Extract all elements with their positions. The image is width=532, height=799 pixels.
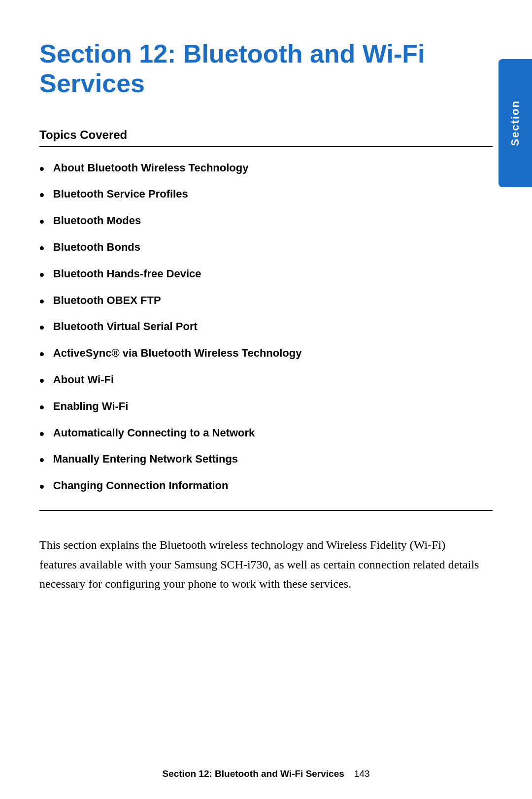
bullet-icon: • [39, 345, 44, 364]
list-item: • Bluetooth Bonds [39, 240, 493, 258]
topic-item-9: About Wi-Fi [53, 372, 114, 387]
topic-item-10: Enabling Wi-Fi [53, 399, 129, 414]
topics-divider-bottom [39, 510, 493, 511]
topics-divider-top [39, 146, 493, 147]
topic-item-7: Bluetooth Virtual Serial Port [53, 319, 198, 334]
bullet-icon: • [39, 186, 44, 204]
list-item: • Changing Connection Information [39, 478, 493, 496]
bullet-icon: • [39, 398, 44, 417]
topics-section: Topics Covered • About Bluetooth Wireles… [39, 128, 493, 511]
page-footer: Section 12: Bluetooth and Wi-Fi Services… [0, 768, 532, 779]
topics-list: • About Bluetooth Wireless Technology • … [39, 161, 493, 496]
list-item: • Automatically Connecting to a Network [39, 426, 493, 443]
bullet-icon: • [39, 318, 44, 337]
list-item: • Bluetooth Virtual Serial Port [39, 319, 493, 337]
list-item: • Bluetooth Service Profiles [39, 187, 493, 204]
list-item: • Manually Entering Network Settings [39, 452, 493, 469]
section-tab: Section [499, 59, 532, 187]
topic-item-6: Bluetooth OBEX FTP [53, 293, 161, 308]
footer-page-number: 143 [354, 768, 370, 779]
bullet-icon: • [39, 371, 44, 390]
bullet-icon: • [39, 160, 44, 178]
topic-item-4: Bluetooth Bonds [53, 240, 140, 255]
topics-header: Topics Covered [39, 128, 493, 142]
section-tab-text: Section [509, 100, 522, 146]
list-item: • Bluetooth Hands-free Device [39, 266, 493, 284]
page-container: Section Section 12: Bluetooth and Wi-Fi … [0, 0, 532, 799]
topic-item-5: Bluetooth Hands-free Device [53, 266, 201, 281]
topic-item-1: About Bluetooth Wireless Technology [53, 161, 249, 175]
list-item: • ActiveSync® via Bluetooth Wireless Tec… [39, 346, 493, 364]
topic-item-11: Automatically Connecting to a Network [53, 426, 255, 440]
topic-item-12: Manually Entering Network Settings [53, 452, 238, 466]
list-item: • Enabling Wi-Fi [39, 399, 493, 417]
bullet-icon: • [39, 266, 44, 284]
bullet-icon: • [39, 292, 44, 311]
list-item: • Bluetooth Modes [39, 213, 493, 231]
list-item: • About Wi-Fi [39, 372, 493, 390]
bullet-icon: • [39, 477, 44, 496]
page-title: Section 12: Bluetooth and Wi-Fi Services [39, 39, 493, 99]
list-item: • About Bluetooth Wireless Technology [39, 161, 493, 178]
bullet-icon: • [39, 425, 44, 443]
topic-item-2: Bluetooth Service Profiles [53, 187, 188, 201]
topic-item-13: Changing Connection Information [53, 478, 229, 493]
footer-label: Section 12: Bluetooth and Wi-Fi Services [162, 768, 344, 779]
topic-item-8: ActiveSync® via Bluetooth Wireless Techn… [53, 346, 302, 361]
list-item: • Bluetooth OBEX FTP [39, 293, 493, 311]
bullet-icon: • [39, 212, 44, 231]
topic-item-3: Bluetooth Modes [53, 213, 141, 228]
bullet-icon: • [39, 451, 44, 469]
bullet-icon: • [39, 239, 44, 258]
body-text: This section explains the Bluetooth wire… [39, 535, 493, 594]
